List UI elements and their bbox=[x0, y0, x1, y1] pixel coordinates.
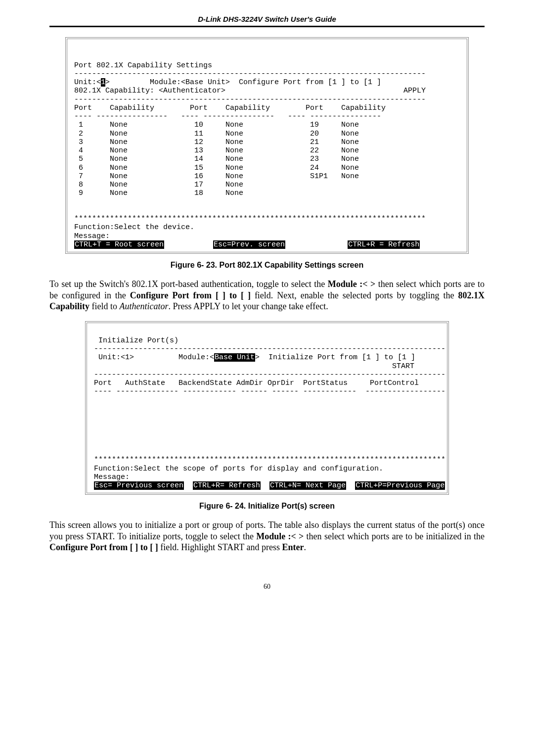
t2-stars: ****************************************… bbox=[94, 456, 445, 464]
t1-unit-post: > Module:<Base Unit> Configure Port from… bbox=[105, 78, 381, 87]
t2-hdr-dash: ---- -------------- ------------ ------ … bbox=[94, 387, 445, 396]
p1b: Module :< > bbox=[328, 279, 375, 289]
t1-hdr-dash: ---- ---------------- ---- -------------… bbox=[74, 112, 381, 121]
para-1: To set up the Switch's 802.1X port-based… bbox=[49, 279, 485, 312]
t2-unit-pre: Unit:<1> Module:< bbox=[94, 353, 214, 362]
para-2: This screen allows you to initialize a p… bbox=[49, 520, 485, 553]
t2-foot-b: CTRL+R= Refresh bbox=[193, 481, 261, 490]
t2-foot-a: Esc= Previous screen bbox=[94, 481, 184, 490]
t2-module-value[interactable]: Base Unit bbox=[214, 353, 255, 362]
t1-row7: 7 None 16 None S1P1 None bbox=[74, 172, 359, 181]
t1-unit-cursor[interactable]: 1 bbox=[101, 78, 105, 87]
t1-row8: 8 None 17 None bbox=[74, 181, 243, 189]
p1d: Configure Port from [ ] to [ ] bbox=[130, 290, 251, 300]
terminal-initialize-ports: Initialize Port(s) ---------------------… bbox=[85, 321, 449, 495]
t1-rule2: ----------------------------------------… bbox=[74, 95, 426, 104]
t1-foot-left: CTRL+T = Root screen bbox=[74, 240, 164, 249]
t2-foot-c: CTRL+N= Next Page bbox=[269, 481, 346, 490]
t1-foot-mid: Esc=Prev. screen bbox=[213, 240, 285, 249]
p1i: . Press APPLY to let your change take ef… bbox=[169, 301, 328, 311]
t1-foot-right: CTRL+R = Refresh bbox=[348, 240, 420, 249]
terminal-capability-settings: Port 802.1X Capability Settings --------… bbox=[65, 37, 469, 254]
t1-func: Function:Select the device. bbox=[74, 223, 194, 232]
p2e: field. Highlight START and press bbox=[158, 542, 282, 552]
p2b: Module :< > bbox=[256, 531, 304, 541]
t1-title: Port 802.1X Capability Settings bbox=[74, 61, 212, 70]
t1-row9: 9 None 18 None bbox=[74, 189, 243, 197]
p2f: Enter bbox=[282, 542, 304, 552]
t2-start: START bbox=[94, 362, 414, 371]
p1e: field. Next, enable the selected ports b… bbox=[251, 290, 458, 300]
t1-row3: 3 None 12 None 21 None bbox=[74, 138, 359, 146]
t2-dash2: ----------------------------------------… bbox=[94, 371, 445, 379]
t2-unit-post: > Initialize Port from [1 ] to [1 ] bbox=[255, 353, 415, 362]
figure-caption-2: Figure 6- 24. Initialize Port(s) screen bbox=[49, 502, 485, 511]
t1-capability-line: 802.1X Capability: <Authenticator> APPLY bbox=[74, 87, 426, 95]
t1-rule: ----------------------------------------… bbox=[74, 70, 426, 78]
t1-row5: 5 None 14 None 23 None bbox=[74, 155, 359, 163]
t2-hdr: Port AuthState BackendState AdmDir OprDi… bbox=[94, 379, 419, 387]
p1h: Authenticator bbox=[120, 301, 169, 311]
t1-stars: ****************************************… bbox=[74, 215, 426, 223]
t1-msg: Message: bbox=[74, 232, 110, 240]
figure-caption-1: Figure 6- 23. Port 802.1X Capability Set… bbox=[49, 261, 485, 270]
doc-header: D-Link DHS-3224V Switch User's Guide bbox=[198, 15, 336, 23]
p1g: field to bbox=[89, 301, 120, 311]
t1-row4: 4 None 13 None 22 None bbox=[74, 146, 359, 155]
p2d: Configure Port from [ ] to [ ] bbox=[49, 542, 158, 552]
p2c: then select which ports are to be initia… bbox=[304, 531, 485, 541]
t1-row6: 6 None 15 None 24 None bbox=[74, 164, 359, 172]
t2-title: Initialize Port(s) bbox=[94, 336, 178, 345]
t1-row2: 2 None 11 None 20 None bbox=[74, 130, 359, 138]
t1-unit-pre: Unit:< bbox=[74, 78, 101, 87]
p2g: . bbox=[304, 542, 306, 552]
header-rule bbox=[49, 26, 485, 27]
t1-hdr: Port Capability Port Capability Port Cap… bbox=[74, 104, 386, 112]
t2-msg: Message: bbox=[94, 473, 130, 481]
t2-rule: ----------------------------------------… bbox=[94, 345, 445, 353]
p1a: To set up the Switch's 802.1X port-based… bbox=[49, 279, 328, 289]
t1-row1: 1 None 10 None 19 None bbox=[74, 121, 359, 129]
page-number: 60 bbox=[49, 583, 485, 591]
t2-func: Function:Select the scope of ports for d… bbox=[94, 465, 383, 473]
t2-foot-d: CTRL+P=Previous Page bbox=[355, 481, 445, 490]
